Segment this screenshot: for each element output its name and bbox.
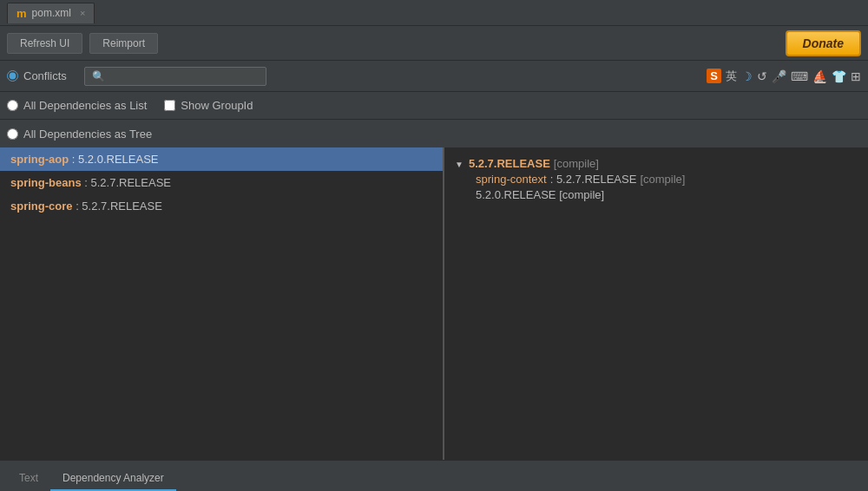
- ime-s-icon[interactable]: S: [707, 69, 721, 83]
- ime-grid-icon[interactable]: ⊞: [851, 69, 861, 83]
- ime-shirt-icon[interactable]: 👕: [832, 69, 846, 83]
- tree-child-artifact: spring-context: [476, 173, 547, 186]
- filter-bar: All Dependencies as List Show GroupId: [0, 92, 868, 120]
- ime-back-icon[interactable]: ↺: [757, 69, 767, 83]
- list-item[interactable]: spring-core : 5.2.7.RELEASE: [0, 194, 443, 218]
- artifact-version: : 5.2.7.RELEASE: [76, 200, 162, 213]
- bottom-tabbar: Text Dependency Analyzer: [0, 460, 868, 491]
- ime-en-icon[interactable]: 英: [726, 69, 737, 84]
- artifact-name: spring-core: [10, 200, 73, 213]
- artifact-name: spring-beans: [10, 176, 82, 189]
- tree-child-item: spring-context : 5.2.7.RELEASE [compile]: [455, 173, 858, 186]
- options-bar: Conflicts S 英 ☽ ↺ 🎤 ⌨ ⛵ 👕 ⊞: [0, 61, 868, 92]
- show-group-id-label: Show GroupId: [181, 99, 253, 112]
- show-group-id-checkbox[interactable]: [164, 100, 175, 111]
- donate-button[interactable]: Donate: [786, 30, 861, 56]
- all-deps-list-radio-group: All Dependencies as List: [7, 99, 147, 112]
- tab-filename: pom.xml: [32, 7, 71, 19]
- conflicts-radio[interactable]: [7, 70, 18, 82]
- list-item[interactable]: spring-aop : 5.2.0.RELEASE: [0, 147, 443, 171]
- maven-icon: m: [16, 7, 27, 20]
- tree-child-version: : 5.2.7.RELEASE: [550, 173, 637, 186]
- conflicts-radio-group: Conflicts: [7, 69, 67, 82]
- tree-root-scope: [compile]: [554, 157, 599, 170]
- ime-moon-icon[interactable]: ☽: [741, 69, 753, 83]
- toolbar: Refresh UI Reimport Donate: [0, 26, 868, 61]
- artifact-version: : 5.2.7.RELEASE: [84, 176, 171, 189]
- conflicts-label: Conflicts: [23, 69, 67, 82]
- search-input[interactable]: [84, 67, 266, 86]
- main-content: spring-aop : 5.2.0.RELEASE spring-beans …: [0, 147, 868, 488]
- title-bar: m pom.xml ×: [0, 0, 868, 26]
- filter-bar-2: All Dependencies as Tree: [0, 120, 868, 147]
- all-deps-list-radio[interactable]: [7, 100, 18, 111]
- ime-boat-icon[interactable]: ⛵: [812, 69, 827, 83]
- refresh-ui-button[interactable]: Refresh UI: [7, 33, 82, 54]
- tree-collapse-icon[interactable]: ▼: [455, 160, 464, 169]
- tree-child-scope: [compile]: [640, 173, 685, 186]
- tab-close-button[interactable]: ×: [80, 8, 85, 18]
- tab-text[interactable]: Text: [7, 467, 50, 491]
- tree-root-version: 5.2.7.RELEASE: [469, 157, 550, 170]
- ime-keyboard-icon[interactable]: ⌨: [791, 69, 808, 83]
- tree-plain-item: 5.2.0.RELEASE [compile]: [455, 186, 858, 201]
- artifact-version: : 5.2.0.RELEASE: [72, 153, 159, 166]
- all-deps-tree-radio[interactable]: [7, 128, 18, 140]
- artifact-name: spring-aop: [10, 153, 69, 166]
- file-tab[interactable]: m pom.xml ×: [7, 3, 95, 23]
- reimport-button[interactable]: Reimport: [89, 33, 158, 54]
- tree-plain-version: 5.2.0.RELEASE: [476, 188, 556, 201]
- ime-mic-icon[interactable]: 🎤: [772, 69, 786, 83]
- tree-root-item: ▼ 5.2.7.RELEASE [compile]: [455, 154, 858, 173]
- all-deps-tree-radio-group: All Dependencies as Tree: [7, 128, 152, 141]
- all-deps-list-label: All Dependencies as List: [23, 99, 147, 112]
- dependency-tree: ▼ 5.2.7.RELEASE [compile] spring-context…: [444, 147, 868, 488]
- all-deps-tree-label: All Dependencies as Tree: [23, 128, 152, 141]
- show-group-id-checkbox-group: Show GroupId: [164, 99, 253, 112]
- tab-dependency-analyzer[interactable]: Dependency Analyzer: [50, 467, 176, 491]
- list-item[interactable]: spring-beans : 5.2.7.RELEASE: [0, 171, 443, 194]
- dependency-list: spring-aop : 5.2.0.RELEASE spring-beans …: [0, 147, 444, 488]
- tree-plain-scope: [compile]: [559, 188, 604, 201]
